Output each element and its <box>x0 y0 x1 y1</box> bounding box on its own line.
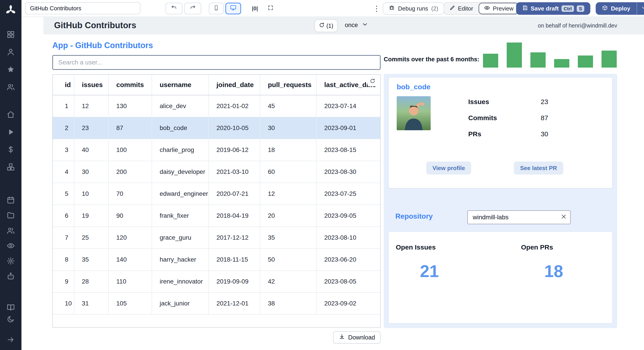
commits-bar-chart <box>483 42 617 68</box>
sidebar-item-folders[interactable] <box>6 210 16 220</box>
detail-panel: bob_code Issue <box>384 74 617 328</box>
sidebar-item-collaborators[interactable] <box>6 82 16 92</box>
table-cell: 120 <box>109 227 152 248</box>
table-cell: 200 <box>109 161 152 183</box>
schedule-select[interactable]: once <box>345 21 368 29</box>
sidebar-item-account[interactable] <box>6 47 16 57</box>
table-cell: grace_guru <box>152 227 209 248</box>
deploy-button-group: Deploy <box>596 2 644 15</box>
sidebar <box>0 0 22 350</box>
sidebar-item-workers[interactable] <box>6 271 16 281</box>
table-cell: 8 <box>53 249 74 270</box>
app-name-input[interactable] <box>25 2 140 14</box>
save-draft-button[interactable]: Save draft Ctrl S <box>516 2 590 15</box>
contributors-table: idissuescommitsusernamejoined_datepull_r… <box>52 74 380 328</box>
commit-bar <box>578 56 593 68</box>
table-cell: 2018-11-15 <box>209 249 260 270</box>
more-menu-button[interactable]: ⋮ <box>371 3 382 14</box>
search-input[interactable] <box>52 55 380 70</box>
table-cell: 2021-12-01 <box>209 293 260 314</box>
download-button[interactable]: Download <box>333 331 380 344</box>
table-cell: irene_innovator <box>152 271 209 292</box>
table-row[interactable]: 835140harry_hacker2018-11-15502023-06-20 <box>53 249 380 271</box>
sidebar-item-expand-sidebar[interactable] <box>6 335 16 345</box>
desktop-view-button[interactable] <box>226 3 241 14</box>
sidebar-item-home[interactable] <box>6 110 16 120</box>
table-row[interactable]: 430200daisy_developer2021-03-10602023-08… <box>53 161 380 183</box>
table-row[interactable]: 1031105jack_junior2021-12-01382023-09-02 <box>53 293 380 315</box>
table-cell: 12 <box>74 95 109 117</box>
sidebar-item-audit-logs[interactable] <box>6 241 16 251</box>
app-refresh-button[interactable]: (1) <box>314 19 338 32</box>
save-draft-label: Save draft <box>531 5 559 12</box>
table-cell: 35 <box>260 227 317 248</box>
table-row[interactable]: 112130alice_dev2021-01-02452023-07-14 <box>53 95 380 117</box>
sidebar-item-apps[interactable] <box>6 30 16 39</box>
table-cell: 42 <box>260 271 317 292</box>
editor-preview-toggle: Editor Preview <box>444 2 519 15</box>
sidebar-item-groups[interactable] <box>6 226 16 235</box>
deploy-label: Deploy <box>611 5 630 12</box>
mobile-view-button[interactable] <box>209 3 224 14</box>
zoom-reset-button[interactable]: |0| <box>248 3 262 14</box>
eye-icon <box>484 5 490 13</box>
chevron-down-icon <box>362 21 368 29</box>
sidebar-item-favorites[interactable] <box>6 65 16 74</box>
kbd-ctrl: Ctrl <box>562 5 574 12</box>
debug-runs-button[interactable]: Debug runs (2) <box>383 2 444 15</box>
column-header-commits[interactable]: commits <box>109 75 152 95</box>
column-header-pull_requests[interactable]: pull_requests <box>260 75 317 95</box>
kbd-s: S <box>577 5 584 12</box>
debug-runs-label: Debug runs <box>398 5 428 12</box>
table-cell: 2023-09-02 <box>317 293 380 314</box>
fullscreen-button[interactable] <box>264 3 277 14</box>
table-cell: 2021-03-10 <box>209 161 260 183</box>
sidebar-bottom <box>6 302 16 345</box>
sidebar-item-resources[interactable] <box>6 162 16 172</box>
table-cell: 130 <box>109 95 152 117</box>
on-behalf-text: on behalf of henri@windmill.dev <box>538 22 617 29</box>
table-row[interactable]: 725120grace_guru2017-12-12352023-08-10 <box>53 227 380 249</box>
preview-tab[interactable]: Preview <box>478 3 519 14</box>
commit-bar <box>483 54 498 68</box>
column-header-id[interactable]: id <box>53 75 74 95</box>
view-profile-button[interactable]: View profile <box>426 162 471 175</box>
table-body: 112130alice_dev2021-01-02452023-07-14223… <box>53 95 380 315</box>
redo-button[interactable] <box>184 3 201 14</box>
column-header-issues[interactable]: issues <box>74 75 109 95</box>
table-row[interactable]: 340100charlie_prog2019-06-12182023-08-15 <box>53 139 380 161</box>
editor-tab[interactable]: Editor <box>444 3 478 14</box>
table-cell: 2017-12-12 <box>209 227 260 248</box>
table-cell: 38 <box>260 293 317 314</box>
sidebar-item-schedules[interactable] <box>6 195 16 205</box>
table-cell: 2023-08-05 <box>317 271 380 292</box>
repository-input[interactable] <box>467 210 571 224</box>
table-cell: 2019-09-09 <box>209 271 260 292</box>
table-row[interactable]: 22387bob_code2020-10-05302023-09-01 <box>53 117 380 139</box>
column-header-joined_date[interactable]: joined_date <box>209 75 260 95</box>
table-cell: 2023-06-20 <box>317 249 380 270</box>
windmill-logo-icon[interactable] <box>5 5 16 16</box>
table-cell: bob_code <box>152 117 209 139</box>
table-cell: 2023-07-25 <box>317 183 380 205</box>
sidebar-item-runs[interactable] <box>6 127 16 137</box>
sidebar-item-docs[interactable] <box>6 302 16 312</box>
see-latest-pr-button[interactable]: See latest PR <box>514 162 563 175</box>
clear-input-button[interactable] <box>560 213 568 221</box>
table-cell: 2018-04-19 <box>209 205 260 226</box>
user-card-username: bob_code <box>397 83 430 91</box>
deploy-options-button[interactable] <box>636 2 644 15</box>
column-header-username[interactable]: username <box>152 75 209 95</box>
sidebar-item-usage[interactable] <box>6 145 16 154</box>
sidebar-item-settings[interactable] <box>6 256 16 266</box>
table-row[interactable]: 928110irene_innovator2019-09-09422023-08… <box>53 271 380 293</box>
undo-button[interactable] <box>166 3 182 14</box>
table-row[interactable]: 51070edward_engineer2020-07-21122023-07-… <box>53 183 380 205</box>
table-row[interactable]: 61990frank_fixer2018-04-19202023-09-05 <box>53 205 380 227</box>
sidebar-item-theme-toggle[interactable] <box>6 314 16 324</box>
table-cell: 10 <box>74 183 109 205</box>
deploy-button[interactable]: Deploy <box>596 2 636 15</box>
table-refresh-button[interactable] <box>368 77 378 86</box>
bug-icon <box>389 5 395 13</box>
table-cell: 5 <box>53 183 74 205</box>
